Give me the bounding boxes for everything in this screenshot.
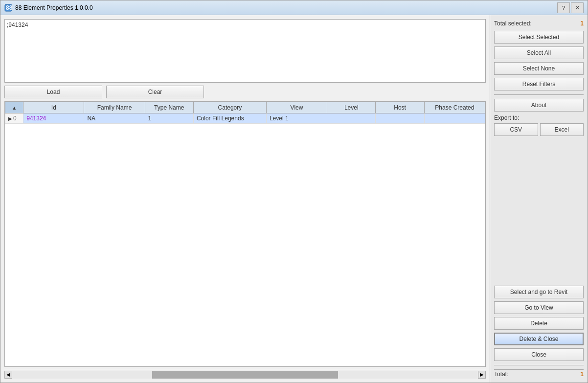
clear-button[interactable]: Clear	[106, 86, 204, 98]
family-name-col-header[interactable]: Family Name	[84, 102, 145, 113]
table-header: ▲ Id Family Name Type Name Category View…	[5, 102, 485, 113]
window-title: 88 Element Properties 1.0.0.0	[15, 4, 557, 11]
total-bottom-row: Total: 1	[494, 369, 584, 379]
main-panel: ;941324 Load Clear ▲ Id Family Na	[0, 15, 490, 383]
category-col-header[interactable]: Category	[193, 102, 266, 113]
total-selected-count: 1	[580, 20, 584, 27]
phase-created-col-header[interactable]: Phase Created	[424, 102, 485, 113]
ids-input-container: ;941324	[4, 19, 486, 83]
total-bottom-count: 1	[580, 371, 584, 378]
export-label: Export to:	[494, 114, 584, 121]
table-row[interactable]: ▶ 0 941324 NA 1 Color Fill Legends Level…	[5, 113, 485, 124]
row-number: 0	[13, 115, 17, 122]
go-to-view-button[interactable]: Go to View	[494, 301, 584, 314]
export-buttons-row: CSV Excel	[494, 123, 584, 136]
main-window: 88 88 Element Properties 1.0.0.0 ? ✕ ;94…	[0, 0, 588, 383]
about-button[interactable]: About	[494, 99, 584, 112]
app-icon: 88	[4, 4, 12, 12]
row-arrow-icon: ▶	[8, 116, 12, 121]
sort-col-header[interactable]: ▲	[5, 102, 23, 113]
total-selected-row: Total selected: 1	[494, 19, 584, 28]
row-family-name: NA	[84, 113, 145, 124]
divider-1	[494, 94, 584, 95]
table-body: ▶ 0 941324 NA 1 Color Fill Legends Level…	[5, 113, 485, 124]
title-bar: 88 88 Element Properties 1.0.0.0 ? ✕	[0, 0, 588, 15]
right-panel: Total selected: 1 Select Selected Select…	[490, 15, 588, 383]
horizontal-scrollbar: ◀ ▶	[4, 370, 486, 379]
row-phase-created	[424, 113, 485, 124]
select-selected-button[interactable]: Select Selected	[494, 31, 584, 44]
id-col-header[interactable]: Id	[23, 102, 84, 113]
export-section: Export to: CSV Excel	[494, 114, 584, 136]
select-go-revit-button[interactable]: Select and go to Revit	[494, 286, 584, 298]
total-bottom-label: Total:	[494, 371, 508, 378]
delete-close-button[interactable]: Delete & Close	[494, 333, 584, 345]
title-bar-buttons: ? ✕	[557, 2, 584, 13]
scroll-right-button[interactable]: ▶	[478, 371, 486, 379]
select-all-button[interactable]: Select All	[494, 46, 584, 59]
excel-button[interactable]: Excel	[540, 123, 584, 136]
spacer	[494, 139, 584, 283]
row-view: Level 1	[266, 113, 327, 124]
action-buttons-row: Load Clear	[4, 86, 486, 98]
reset-filters-button[interactable]: Reset Filters	[494, 78, 584, 90]
row-type-name: 1	[145, 113, 193, 124]
total-selected-label: Total selected:	[494, 20, 532, 27]
level-col-header[interactable]: Level	[327, 102, 376, 113]
type-name-col-header[interactable]: Type Name	[145, 102, 193, 113]
close-window-button[interactable]: ✕	[571, 2, 584, 13]
row-indicator: ▶ 0	[5, 113, 23, 124]
select-none-button[interactable]: Select None	[494, 62, 584, 75]
divider-2	[494, 365, 584, 365]
row-id: 941324	[23, 113, 84, 124]
row-category: Color Fill Legends	[193, 113, 266, 124]
scroll-thumb[interactable]	[152, 371, 339, 379]
view-col-header[interactable]: View	[266, 102, 327, 113]
ids-textarea[interactable]: ;941324	[4, 19, 486, 83]
content-area: ;941324 Load Clear ▲ Id Family Na	[0, 15, 588, 383]
load-button[interactable]: Load	[4, 86, 102, 98]
scroll-track[interactable]	[12, 371, 478, 379]
svg-text:88: 88	[6, 4, 12, 11]
row-host	[376, 113, 424, 124]
help-button[interactable]: ?	[557, 2, 570, 13]
csv-button[interactable]: CSV	[494, 123, 538, 136]
delete-button[interactable]: Delete	[494, 317, 584, 330]
host-col-header[interactable]: Host	[376, 102, 424, 113]
scroll-left-button[interactable]: ◀	[4, 371, 12, 379]
row-level	[327, 113, 376, 124]
data-table: ▲ Id Family Name Type Name Category View…	[5, 102, 485, 124]
data-table-container: ▲ Id Family Name Type Name Category View…	[4, 101, 486, 367]
close-button[interactable]: Close	[494, 348, 584, 361]
